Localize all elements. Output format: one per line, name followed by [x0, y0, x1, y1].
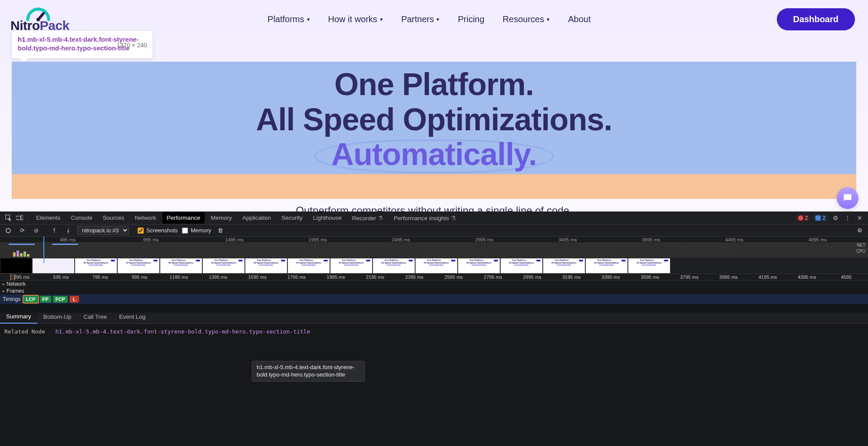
chat-icon: [842, 192, 853, 204]
tick: 4195 ms: [759, 274, 777, 280]
tab-sources[interactable]: Sources: [99, 212, 129, 224]
summary-pane: Related Node h1.mb-xl-5.mb-4.text-dark.f…: [0, 324, 868, 446]
screenshot-thumb[interactable]: One Platform.All Speed Optimizations.Aut…: [245, 258, 287, 274]
network-track-header[interactable]: ▸Network: [0, 281, 868, 287]
nav-how-it-works[interactable]: How it works▾: [328, 14, 383, 24]
screenshot-thumb[interactable]: One Platform.All Speed Optimizations.Aut…: [75, 258, 117, 274]
tab-performance[interactable]: Performance: [162, 212, 205, 224]
memory-checkbox[interactable]: Memory: [182, 227, 211, 234]
tick: 1195 ms: [170, 274, 188, 280]
nav-partners[interactable]: Partners▾: [401, 14, 440, 24]
inspect-element-icon[interactable]: [3, 213, 13, 223]
tab-recorder[interactable]: Recorder ⚗: [348, 212, 388, 224]
record-button[interactable]: [3, 226, 13, 235]
hero-title: One Platform. All Speed Optimizations. A…: [12, 67, 856, 172]
timings-track[interactable]: Timings LCP FP FCP L: [0, 294, 868, 304]
frames-track-header[interactable]: ▸Frames: [0, 287, 868, 294]
detail-ruler[interactable]: 395 ms595 ms795 ms995 ms1195 ms1395 ms15…: [0, 274, 868, 281]
lcp-hover-tooltip: h1.mb-xl-5.mb-4.text-dark.font-styrene-b…: [252, 361, 365, 382]
tick: 1595 ms: [248, 274, 266, 280]
tick: 1495 ms: [225, 237, 244, 242]
tab-elements[interactable]: Elements: [32, 212, 65, 224]
tick: 2995 ms: [523, 274, 541, 280]
screenshot-thumb[interactable]: One Platform.All Speed Optimizations.Aut…: [543, 258, 585, 274]
tick: 3395 ms: [601, 274, 620, 280]
error-count-badge[interactable]: 2: [795, 215, 811, 221]
settings-gear-icon[interactable]: ⚙: [831, 213, 840, 223]
message-count-badge[interactable]: 2: [813, 215, 828, 221]
nav-platforms[interactable]: Platforms▾: [267, 14, 310, 24]
chevron-down-icon: ▾: [380, 16, 383, 23]
garbage-collect-icon[interactable]: 🗑: [215, 226, 225, 235]
collapse-triangle-icon: ▸: [3, 289, 5, 293]
screenshot-thumb[interactable]: One Platform.All Speed Optimizations.Aut…: [160, 258, 202, 274]
related-node-link[interactable]: h1.mb-xl-5.mb-4.text-dark.font-styrene-b…: [55, 328, 310, 335]
screenshot-thumb[interactable]: One Platform.All Speed Optimizations.Aut…: [628, 258, 670, 274]
screenshot-thumb[interactable]: One Platform.All Speed Optimizations.Aut…: [585, 258, 628, 274]
tick: 3495 ms: [558, 237, 577, 242]
load-badge[interactable]: L: [69, 296, 79, 303]
tick: 3795 ms: [680, 274, 698, 280]
screenshots-checkbox[interactable]: Screenshots: [138, 227, 178, 234]
tab-security[interactable]: Security: [277, 212, 307, 224]
load-profile-icon[interactable]: ⭱: [50, 226, 59, 235]
tick: 995 ms: [143, 237, 159, 242]
devtools-panel: Elements Console Sources Network Perform…: [0, 211, 868, 446]
overview-ruler[interactable]: 495 ms 995 ms 1495 ms 1995 ms 2495 ms 29…: [0, 237, 868, 243]
collapse-triangle-icon: ▸: [3, 282, 5, 286]
flame-tracks[interactable]: ▸Network ▸Frames Timings LCP FP FCP L h1…: [0, 281, 868, 310]
tick: 3195 ms: [562, 274, 581, 280]
tick: 2395 ms: [405, 274, 423, 280]
devtools-tabbar: Elements Console Sources Network Perform…: [0, 211, 868, 225]
screenshot-thumb[interactable]: One Platform.All Speed Optimizations.Aut…: [202, 258, 245, 274]
reload-record-button[interactable]: ⟳: [17, 226, 27, 235]
chevron-down-icon: ▾: [436, 16, 439, 23]
element-inspect-tooltip: h1.mb-xl-5.mb-4.text-dark.font-styrene-b…: [11, 30, 153, 59]
main-nav: Platforms▾ How it works▾ Partners▾ Prici…: [267, 14, 591, 24]
tab-application[interactable]: Application: [238, 212, 275, 224]
dashboard-button[interactable]: Dashboard: [777, 8, 855, 30]
screenshot-thumb[interactable]: One Platform.All Speed Optimizations.Aut…: [117, 258, 160, 274]
tick: 795 ms: [92, 274, 108, 280]
tab-lighthouse[interactable]: Lighthouse: [309, 212, 346, 224]
fp-badge[interactable]: FP: [40, 296, 51, 303]
screenshot-thumb[interactable]: One Platform.All Speed Optimizations.Aut…: [287, 258, 330, 274]
tooltip-dimensions: 1370 × 240: [117, 41, 147, 50]
screenshot-thumb[interactable]: One Platform.All Speed Optimizations.Aut…: [415, 258, 458, 274]
nav-resources[interactable]: Resources▾: [503, 14, 550, 24]
tick: 2195 ms: [366, 274, 384, 280]
capture-settings-icon[interactable]: ⚙: [855, 226, 865, 235]
overview-strip[interactable]: CPU NET: [0, 243, 868, 258]
profile-selector[interactable]: nitropack.io #3: [77, 226, 129, 235]
device-toolbar-icon[interactable]: [15, 213, 24, 223]
cpu-overview: [13, 251, 39, 257]
intercom-launcher[interactable]: [837, 187, 858, 209]
tick: 4495 ms: [725, 237, 743, 242]
tick: 595 ms: [53, 274, 69, 280]
tab-memory[interactable]: Memory: [206, 212, 236, 224]
screenshot-thumb[interactable]: One Platform.All Speed Optimizations.Aut…: [500, 258, 543, 274]
nav-about[interactable]: About: [568, 14, 591, 24]
close-devtools-icon[interactable]: ✕: [855, 213, 865, 223]
screenshots-strip[interactable]: /* populated below */ One Platform.All S…: [0, 258, 868, 274]
nav-pricing[interactable]: Pricing: [458, 14, 484, 24]
tick: 395 ms: [14, 274, 30, 280]
more-menu-icon[interactable]: ⋮: [843, 213, 852, 223]
screenshot-thumb[interactable]: [0, 258, 32, 274]
screenshot-thumb[interactable]: One Platform.All Speed Optimizations.Aut…: [373, 258, 415, 274]
screenshot-thumb[interactable]: One Platform.All Speed Optimizations.Aut…: [458, 258, 500, 274]
tick: 495 ms: [60, 237, 76, 242]
tick: 1795 ms: [287, 274, 306, 280]
lcp-badge[interactable]: LCP: [23, 296, 38, 303]
screenshot-thumb[interactable]: [32, 258, 75, 274]
tab-console[interactable]: Console: [66, 212, 97, 224]
save-profile-icon[interactable]: ⭳: [63, 226, 73, 235]
screenshot-thumb[interactable]: One Platform.All Speed Optimizations.Aut…: [330, 258, 373, 274]
tab-performance-insights[interactable]: Performance insights ⚗: [389, 212, 461, 224]
overview-selection-start[interactable]: [43, 237, 44, 263]
fcp-badge[interactable]: FCP: [53, 296, 68, 303]
hero-inspect-highlight: One Platform. All Speed Optimizations. A…: [12, 62, 856, 199]
svg-rect-4: [21, 215, 23, 220]
clear-button[interactable]: ⊘: [31, 226, 41, 235]
tab-network[interactable]: Network: [130, 212, 161, 224]
